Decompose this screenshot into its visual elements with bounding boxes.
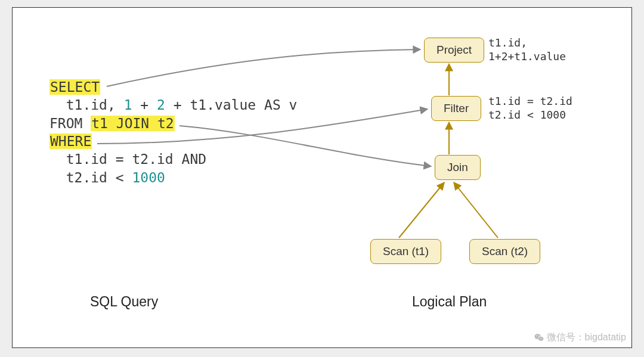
plan-node-filter: Filter bbox=[431, 96, 481, 121]
where-line-2-pre: t2.id < bbox=[49, 170, 132, 185]
plan-node-filter-detail: t1.id = t2.id t2.id < 1000 bbox=[488, 95, 572, 122]
plan-node-scan-t1: Scan (t1) bbox=[370, 239, 441, 264]
literal-1000: 1000 bbox=[132, 170, 165, 185]
wechat-icon bbox=[534, 333, 544, 343]
edge-scan-t2-to-join bbox=[454, 182, 498, 238]
plan-node-label: Join bbox=[447, 161, 468, 174]
kw-where: WHERE bbox=[49, 134, 92, 149]
kw-from: FROM bbox=[49, 116, 91, 131]
kw-select: SELECT bbox=[49, 79, 100, 95]
literal-2: 2 bbox=[157, 97, 165, 113]
plan-node-label: Scan (t2) bbox=[482, 245, 528, 258]
watermark-text: 微信号：bigdatatip bbox=[547, 331, 626, 344]
sql-query-block: SELECT t1.id, 1 + 2 + t1.value AS v FROM… bbox=[49, 78, 297, 187]
watermark: 微信号：bigdatatip bbox=[534, 331, 626, 344]
plan-node-join: Join bbox=[435, 155, 481, 180]
plan-node-project-detail: t1.id, 1+2+t1.value bbox=[488, 36, 566, 63]
from-join: t1 JOIN t2 bbox=[91, 116, 174, 131]
where-line-1: t1.id = t2.id AND bbox=[49, 151, 206, 167]
plan-node-project: Project bbox=[424, 38, 484, 63]
caption-plan: Logical Plan bbox=[412, 294, 487, 310]
select-pre: t1.id, bbox=[49, 97, 124, 113]
literal-1: 1 bbox=[124, 97, 132, 113]
plan-node-scan-t2: Scan (t2) bbox=[469, 239, 540, 264]
plus-1: + bbox=[132, 97, 157, 113]
select-rest: + t1.value AS v bbox=[165, 97, 298, 113]
caption-sql: SQL Query bbox=[90, 294, 158, 310]
plan-node-label: Scan (t1) bbox=[383, 245, 429, 258]
edge-scan-t1-to-join bbox=[399, 182, 444, 238]
diagram-canvas: SELECT t1.id, 1 + 2 + t1.value AS v FROM… bbox=[12, 7, 632, 348]
plan-node-label: Filter bbox=[444, 102, 469, 115]
plan-node-label: Project bbox=[436, 44, 472, 57]
